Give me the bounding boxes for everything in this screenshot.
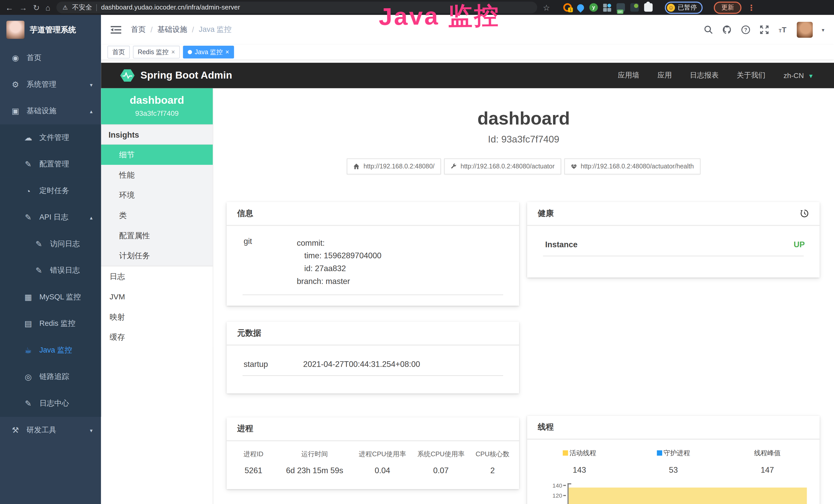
breadcrumb-home[interactable]: 首页 bbox=[131, 25, 146, 35]
sba-item-metrics[interactable]: 性能 bbox=[101, 165, 213, 185]
sidebar-item-redis[interactable]: ▤ Redis 监控 bbox=[0, 311, 101, 337]
fullscreen-icon[interactable] bbox=[760, 25, 769, 35]
metadata-card-title: 元数据 bbox=[226, 322, 519, 346]
sba-item-config-props[interactable]: 配置属性 bbox=[101, 225, 213, 246]
sidebar-item-config[interactable]: ✎ 配置管理 bbox=[0, 151, 101, 178]
browser-menu-icon[interactable]: ⋮ bbox=[747, 3, 755, 11]
timer-icon: ◔ bbox=[23, 186, 33, 196]
sidebar-item-system[interactable]: ⚙ 系统管理 ▾ bbox=[0, 71, 101, 98]
sba-item-caches[interactable]: 缓存 bbox=[101, 327, 213, 347]
sba-nav-about[interactable]: 关于我们 bbox=[737, 71, 765, 80]
browser-home-icon[interactable]: ⌂ bbox=[45, 3, 50, 11]
legend-yellow-swatch bbox=[563, 450, 568, 456]
sidebar-item-log-center[interactable]: ✎ 日志中心 bbox=[0, 390, 101, 417]
sba-locale-select[interactable]: zh-CN ▼ bbox=[784, 72, 814, 79]
sidebar-item-mysql[interactable]: ▦ MySQL 监控 bbox=[0, 284, 101, 311]
threads-card-title: 线程 bbox=[527, 416, 820, 439]
extension-icon-4[interactable] bbox=[630, 3, 639, 12]
header-actions: ? T T ▾ bbox=[704, 22, 825, 38]
y-tick-100: 100 bbox=[548, 502, 562, 504]
service-url-button[interactable]: http://192.168.0.2:48080/ bbox=[347, 158, 441, 174]
instance-title-block: dashboard Id: 93a3fc7f7409 bbox=[213, 107, 834, 144]
peak-threads-value: 147 bbox=[721, 465, 814, 474]
sba-nav-wallboard[interactable]: 应用墙 bbox=[618, 71, 639, 80]
tick-mark bbox=[563, 485, 566, 486]
warning-icon: ⚠ bbox=[63, 4, 68, 11]
browser-forward-icon[interactable]: → bbox=[19, 3, 27, 11]
instance-header: dashboard 93a3fc7f7409 bbox=[101, 88, 213, 124]
sidebar-item-api-log[interactable]: ✎ API 日志 ▴ bbox=[0, 204, 101, 231]
sba-nav-applications[interactable]: 应用 bbox=[658, 71, 672, 80]
chevron-down-icon: ▼ bbox=[808, 73, 814, 79]
breadcrumb-infra[interactable]: 基础设施 bbox=[157, 25, 187, 35]
sidebar-item-file[interactable]: ☁ 文件管理 bbox=[0, 124, 101, 151]
sba-item-logs[interactable]: 日志 bbox=[101, 266, 213, 287]
sidebar-item-infra[interactable]: ▣ 基础设施 ▴ bbox=[0, 98, 101, 124]
svg-text:T: T bbox=[779, 28, 782, 33]
sba-item-details[interactable]: 细节 bbox=[101, 144, 213, 165]
close-icon[interactable]: × bbox=[171, 48, 175, 56]
sba-nav-journal[interactable]: 日志报表 bbox=[690, 71, 719, 80]
browser-reload-icon[interactable]: ↻ bbox=[33, 3, 40, 11]
search-icon[interactable] bbox=[704, 25, 713, 35]
database-icon: ▦ bbox=[23, 293, 33, 302]
health-url-button[interactable]: http://192.168.0.2:48080/actuator/health bbox=[564, 158, 700, 174]
sba-item-classes[interactable]: 类 bbox=[101, 205, 213, 225]
sidebar-item-error-log[interactable]: ✎ 错误日志 bbox=[0, 257, 101, 284]
extension-puzzle-icon[interactable] bbox=[644, 3, 653, 12]
breadcrumb-current: Java 监控 bbox=[199, 25, 232, 35]
sidebar-item-java[interactable]: ☕ Java 监控 bbox=[0, 337, 101, 364]
browser-update-button[interactable]: 更新 bbox=[714, 1, 742, 14]
avatar-caret-down-icon[interactable]: ▾ bbox=[822, 27, 824, 33]
extension-icon-2[interactable]: y bbox=[590, 3, 598, 12]
breadcrumb: 首页 / 基础设施 / Java 监控 bbox=[131, 25, 232, 35]
extensions-row: 1 y on bbox=[563, 3, 653, 12]
sba-item-jvm[interactable]: JVM bbox=[101, 287, 213, 307]
profile-paused-chip[interactable]: ☺ 已暂停 bbox=[665, 1, 703, 14]
address-separator bbox=[96, 4, 97, 11]
extension-pin-icon[interactable] bbox=[576, 3, 585, 12]
threads-card: 线程 活动线程 守护进程 bbox=[527, 416, 820, 504]
sidebar-item-dev-tools[interactable]: ⚒ 研发工具 ▾ bbox=[0, 417, 101, 444]
actuator-url-button[interactable]: http://192.168.0.2:48080/actuator bbox=[444, 158, 561, 174]
security-warning[interactable]: 不安全 bbox=[72, 3, 92, 12]
help-icon[interactable]: ? bbox=[741, 25, 750, 35]
sidebar-item-access-log[interactable]: ✎ 访问日志 bbox=[0, 231, 101, 257]
info-git-row: git commit: time: 1596289704000 id: 27aa… bbox=[237, 237, 509, 288]
sba-item-scheduled-tasks[interactable]: 计划任务 bbox=[101, 246, 213, 266]
sba-item-mappings[interactable]: 映射 bbox=[101, 307, 213, 327]
legend-live-threads: 活动线程 bbox=[532, 449, 627, 458]
extension-grid-icon[interactable] bbox=[603, 3, 611, 11]
tag-redis[interactable]: Redis 监控 × bbox=[133, 46, 180, 59]
github-icon[interactable] bbox=[722, 25, 732, 35]
sidebar-item-home[interactable]: ◉ 首页 bbox=[0, 45, 101, 71]
chevron-up-icon: ▴ bbox=[90, 215, 92, 221]
row-divider bbox=[242, 375, 503, 376]
font-size-icon[interactable]: T T bbox=[778, 25, 788, 35]
page-url[interactable]: dashboard.yudao.iocoder.cn/infra/admin-s… bbox=[101, 4, 240, 11]
metadata-startup-row: startup 2021-04-27T00:44:31.254+08:00 bbox=[237, 360, 509, 368]
spring-boot-admin: Spring Boot Admin 应用墙 应用 日志报表 关于我们 zh-CN… bbox=[101, 63, 834, 504]
process-card-title: 进程 bbox=[226, 417, 519, 441]
profile-emoji-icon: ☺ bbox=[667, 3, 675, 11]
close-icon[interactable]: × bbox=[225, 48, 229, 56]
extension-icon-3[interactable]: on bbox=[616, 3, 625, 12]
sba-item-environment[interactable]: 环境 bbox=[101, 185, 213, 205]
tag-home[interactable]: 首页 bbox=[107, 46, 130, 59]
sidebar-item-trace[interactable]: ◎ 链路追踪 bbox=[0, 364, 101, 390]
edit-icon: ✎ bbox=[23, 159, 33, 169]
extension-icon-1[interactable]: 1 bbox=[563, 3, 572, 12]
avatar[interactable] bbox=[797, 22, 813, 38]
sidebar-item-job[interactable]: ◔ 定时任务 bbox=[0, 178, 101, 204]
process-pid: 5261 bbox=[231, 466, 276, 475]
live-threads-area-series bbox=[569, 487, 807, 504]
chevron-up-icon: ▴ bbox=[90, 108, 92, 114]
bookmark-star-icon[interactable]: ☆ bbox=[543, 3, 550, 11]
hamburger-icon[interactable] bbox=[111, 25, 121, 34]
log-edit-icon: ✎ bbox=[23, 399, 33, 408]
history-icon[interactable] bbox=[800, 209, 809, 218]
sba-brand[interactable]: Spring Boot Admin bbox=[120, 69, 232, 82]
tag-java[interactable]: Java 监控 × bbox=[183, 46, 234, 59]
active-dot bbox=[188, 50, 192, 54]
browser-back-icon[interactable]: ← bbox=[5, 3, 13, 11]
